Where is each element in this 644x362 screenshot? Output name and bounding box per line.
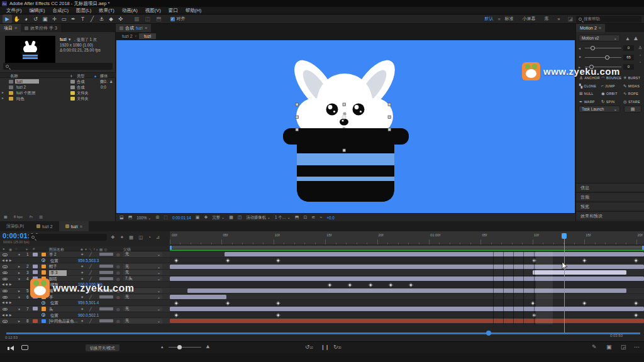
motion-preset-dropdown[interactable]: Motion v2⌄ <box>579 35 620 41</box>
eye-icon[interactable] <box>3 296 8 299</box>
always-preview-icon[interactable]: ⬓ <box>119 215 124 220</box>
speaker-icon[interactable] <box>10 346 14 351</box>
layer-name[interactable]: [中间色品蓝色… <box>49 319 78 324</box>
task-launch-dropdown[interactable]: Task Launch⌄ <box>579 106 620 112</box>
selection-tool[interactable]: ▶ <box>3 14 12 23</box>
expander-icon[interactable]: ▼ <box>18 307 21 311</box>
crumb-tuzi-2[interactable]: tuzi 2 <box>122 34 133 38</box>
keyframe-navigator[interactable]: ◀◆▶ <box>2 313 13 317</box>
motion-slider-1[interactable]: ⯈65 <box>579 54 641 60</box>
parent-pickwhip-icon[interactable]: ◎ <box>116 319 120 323</box>
label-chip[interactable] <box>70 85 75 89</box>
layer-row-头[interactable]: ▼7头✦╱◎无⌄ <box>0 306 170 312</box>
rewind-10-icon[interactable]: ↺10 <box>305 344 313 350</box>
keyframe[interactable] <box>634 301 638 305</box>
tab-render-queue[interactable]: 渲染队列 <box>0 223 30 229</box>
hide-shy-icon[interactable]: ▦ <box>129 234 133 240</box>
switch-box[interactable] <box>99 319 113 322</box>
layer-row-手 3[interactable]: ►3手 3✦╱◎无⌄ <box>0 270 170 276</box>
property-value[interactable]: 960.0,502.1 <box>78 313 99 317</box>
motion-button-stare[interactable]: ◎STARE <box>623 98 644 106</box>
parent-pickwhip-icon[interactable]: ◎ <box>116 264 120 268</box>
property-value[interactable]: 959.5,501.4 <box>78 300 99 305</box>
stopwatch-icon[interactable] <box>42 313 45 317</box>
keyframe[interactable] <box>174 258 178 262</box>
playhead-line[interactable] <box>564 239 565 332</box>
quality-switch-icon[interactable]: ✦ <box>80 319 84 323</box>
stopwatch-icon[interactable] <box>42 301 45 305</box>
motion-button-jump[interactable]: ⌐JUMP <box>601 82 623 90</box>
project-item-tuzi 个图层[interactable]: ►tuzi 个图层文件夹 <box>0 90 116 96</box>
project-search[interactable] <box>3 63 113 70</box>
layer-name[interactable]: 手 2 <box>49 252 57 258</box>
timeline-zoom-slider[interactable] <box>169 347 201 348</box>
expander-icon[interactable]: ► <box>1 96 4 100</box>
workspace-edit-icon[interactable]: ◪ <box>567 16 573 22</box>
toggle-switches-modes-button[interactable]: 切换开关/模式 <box>86 344 119 351</box>
quality-switch-icon[interactable]: ✦ <box>80 307 84 311</box>
property-row-位置[interactable]: ◀◆▶位置959.5,501.4 <box>0 300 170 306</box>
project-preview-thumbnail[interactable] <box>5 36 55 64</box>
stopwatch-icon[interactable] <box>42 258 45 262</box>
resolution-select[interactable]: 完整 ⌄ <box>213 215 225 221</box>
panel-menu-icon[interactable]: ≡ <box>80 224 82 229</box>
help-search[interactable]: 搜索帮助 <box>576 16 641 23</box>
expander-icon[interactable]: ► <box>18 271 21 275</box>
parent-dropdown[interactable]: 无⌄ <box>123 319 162 324</box>
layer-duration-bar[interactable] <box>170 265 644 269</box>
playhead-marker[interactable] <box>562 233 567 239</box>
keyframe[interactable] <box>276 313 280 317</box>
switch-box[interactable] <box>99 307 113 310</box>
project-columns-header[interactable]: 名称 ⬧ 类型 ▴ 媒体持… <box>0 72 116 78</box>
shape-tool[interactable]: ▭ <box>59 14 69 23</box>
eye-icon[interactable] <box>3 253 8 256</box>
expander-icon[interactable]: ► <box>1 90 4 94</box>
keyframe[interactable] <box>174 301 178 305</box>
keyframe[interactable] <box>174 313 178 317</box>
keyframe[interactable] <box>389 283 392 287</box>
slider-value[interactable]: 65 <box>623 55 634 60</box>
keyframe-track-眼睛[interactable] <box>170 282 644 288</box>
align-toggle[interactable]: ✓ 对齐 <box>170 16 186 22</box>
motion-button-orbit[interactable]: ◉ORBIT <box>601 90 623 97</box>
timeline-search[interactable] <box>29 234 107 241</box>
view-layout-select[interactable]: 1 个… ⌄ <box>275 215 291 221</box>
timeline-button-icon[interactable]: ≋ <box>311 215 315 220</box>
switch-box[interactable] <box>99 265 113 268</box>
layer-duration-bar[interactable] <box>170 319 644 323</box>
motion-button-burst[interactable]: ✳BURST <box>623 74 644 82</box>
more-options-icon[interactable]: ⋯ <box>634 344 640 350</box>
layer-track-[中间色品蓝色…[interactable] <box>170 318 644 324</box>
task-launch-button[interactable]: ▤ <box>624 106 641 112</box>
menu-效果T[interactable]: 效果(T) <box>95 8 118 14</box>
keyframe-track-手 2[interactable] <box>170 258 644 264</box>
layer-duration-bar[interactable] <box>225 252 644 256</box>
label-chip[interactable] <box>70 91 75 95</box>
expander-icon[interactable]: ▼ <box>18 277 21 281</box>
brush-tool[interactable]: ╱ <box>87 14 97 23</box>
comp-mini-flowchart-icon[interactable]: ❖ <box>111 234 115 240</box>
panel-menu-icon[interactable]: ≡ <box>145 26 147 30</box>
layer-row-手 2[interactable]: ▼1手 2✦╱◎无⌄ <box>0 251 170 258</box>
menu-文件F[interactable]: 文件(F) <box>3 8 26 14</box>
motion-blur-icon[interactable]: ◔ <box>148 234 151 240</box>
crumb-tuzi[interactable]: tuzi <box>139 33 156 39</box>
transparency-grid-icon[interactable]: ◫ <box>238 215 242 220</box>
menu-帮助H[interactable]: 帮助(H) <box>182 8 205 14</box>
keyframe-navigator[interactable]: ◀◆▶ <box>2 282 13 286</box>
pixel-aspect-icon[interactable]: ⬒ <box>295 215 299 220</box>
fast-preview-icon[interactable]: ⊡ <box>303 215 307 220</box>
time-ruler[interactable]: :00f05f10f15f20f01:00f05f10f15f20f <box>170 231 644 245</box>
menu-视图V[interactable]: 视图(V) <box>142 8 165 14</box>
layer-track-头[interactable] <box>170 306 644 312</box>
layer-track-手 3[interactable] <box>170 270 644 276</box>
motion-slider-0[interactable]: ◂0 <box>579 45 641 51</box>
property-name[interactable]: 位置 <box>50 313 58 319</box>
keyframe-navigator[interactable]: ◀◆▶ <box>2 300 13 304</box>
expander-icon[interactable]: ► <box>18 319 21 323</box>
anchor-widget[interactable]: ♙ ◦ ◦ <box>636 45 644 73</box>
slider-value[interactable]: 0 <box>623 45 634 51</box>
rotation-tool[interactable]: ↺ <box>31 14 40 23</box>
puppet-pin-tool[interactable]: ✜ <box>116 14 125 23</box>
expander-icon[interactable]: ► <box>18 289 21 293</box>
